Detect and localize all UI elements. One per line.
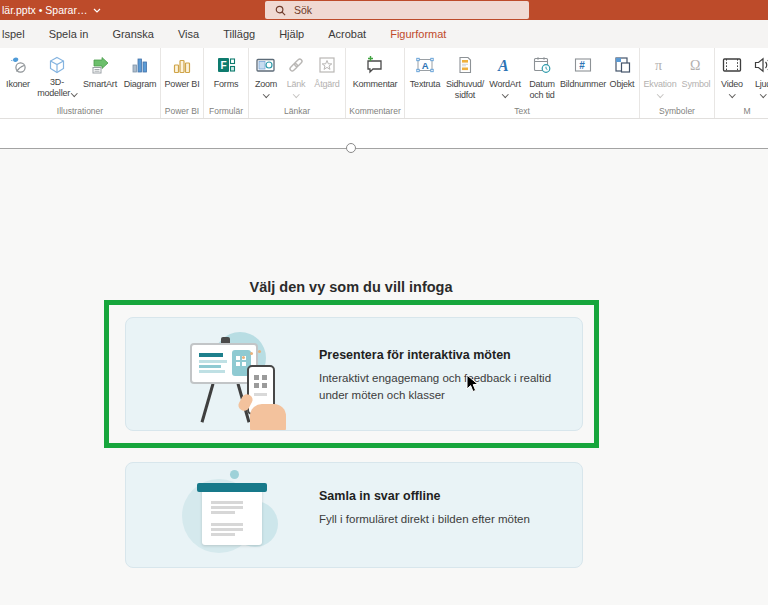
view-card-present-live[interactable]: Presentera för interaktiva möten Interak… (125, 317, 583, 431)
card-description: Fyll i formuläret direkt i bilden efter … (319, 511, 530, 528)
tab-tillagg[interactable]: Tillägg (211, 28, 267, 40)
ljud-button[interactable]: Ljud (748, 51, 768, 96)
power-bi-icon (172, 53, 192, 77)
group-label-text: Text (405, 106, 639, 116)
forms-icon: F (216, 53, 236, 77)
button-label: Ekvation (644, 79, 677, 90)
group-label-media: M (715, 106, 768, 116)
tab-acrobat[interactable]: Acrobat (316, 28, 378, 40)
button-label: Ikoner (6, 79, 30, 90)
video-button[interactable]: Video (716, 51, 748, 96)
ribbon-group-symboler: π Ekvation Ω Symbol Symboler (640, 48, 715, 118)
hand (250, 404, 286, 430)
titlebar: lär.pptx • Sparar… Sök (0, 0, 768, 20)
link-icon (286, 53, 306, 77)
search-placeholder: Sök (294, 4, 312, 16)
resize-handle[interactable] (346, 143, 356, 153)
view-card-collect-offline[interactable]: Samla in svar offline Fyll i formuläret … (125, 462, 583, 568)
tab-figurformat[interactable]: Figurformat (378, 28, 458, 40)
card-description: Interaktivt engagemang och feedback i re… (319, 370, 571, 404)
smartart-button[interactable]: SmartArt (79, 51, 121, 90)
button-label: Sidhuvud/ sidfot (444, 79, 486, 100)
svg-text:#: # (579, 60, 585, 71)
textruta-button[interactable]: A Textruta (406, 51, 444, 90)
svg-text:F: F (221, 60, 227, 71)
icons-icon (8, 53, 28, 77)
bar-chart-icon (130, 53, 150, 77)
chevron-down-icon (263, 91, 269, 97)
group-label-symboler: Symboler (640, 106, 714, 116)
group-label-kommentarer: Kommentarer (346, 106, 404, 116)
document-title[interactable]: lär.pptx • Sparar… (2, 4, 101, 16)
omega-icon: Ω (685, 53, 707, 77)
button-label: Zoom (255, 79, 277, 90)
button-label: Diagram (124, 79, 157, 90)
3d-modeller-button[interactable]: 3D-modeller (35, 51, 79, 98)
bildnummer-button[interactable]: # Bildnummer (560, 51, 606, 90)
wordart-button[interactable]: A WordArt (486, 51, 524, 96)
chevron-down-icon (502, 91, 508, 97)
svg-text:A: A (422, 60, 429, 71)
button-label: Åtgärd (314, 79, 339, 90)
form-header-bar (197, 483, 267, 492)
button-label: Bildnummer (560, 79, 606, 90)
chevron-down-icon (729, 91, 735, 97)
page-title: Välj den vy som du vill infoga (0, 279, 702, 295)
objekt-button[interactable]: Objekt (606, 51, 638, 90)
slide-number-icon: # (573, 53, 593, 77)
chevron-down-icon (293, 91, 299, 97)
sidhuvud-sidfot-button[interactable]: Sidhuvud/ sidfot (444, 51, 486, 100)
tab-visa[interactable]: Visa (166, 28, 211, 40)
ribbon-group-formular: F Forms Formulär (204, 48, 249, 118)
phone-qr-code (254, 375, 267, 388)
tab-spela-in[interactable]: Spela in (37, 28, 101, 40)
forms-button[interactable]: F Forms (205, 51, 247, 90)
button-label: Video (721, 79, 743, 90)
tab-granska[interactable]: Granska (100, 28, 166, 40)
symbol-button: Ω Symbol (679, 51, 713, 90)
group-label-illustrationer: Illustrationer (0, 106, 160, 116)
group-label-formular: Formulär (204, 106, 248, 116)
document-title-text: lär.pptx • Sparar… (2, 4, 87, 16)
easel-leg (201, 383, 215, 422)
spark-dots (242, 356, 245, 359)
power-bi-button[interactable]: Power BI (162, 51, 202, 90)
slide-top-margin (0, 119, 768, 148)
svg-text:π: π (655, 58, 662, 73)
chevron-down-icon (760, 91, 766, 97)
button-label: Forms (214, 79, 239, 90)
ribbon-group-kommentarer: Kommentar Kommentarer (346, 48, 405, 118)
ribbon-group-media: Video Ljud M (715, 48, 768, 118)
ribbon-group-illustrationer: Ikoner 3D-modeller SmartArt Diagram Illu… (0, 48, 161, 118)
button-label: Symbol (682, 79, 711, 90)
diagram-button[interactable]: Diagram (121, 51, 159, 90)
lank-button: Länk (282, 51, 310, 96)
date-time-icon (532, 53, 552, 77)
search-input[interactable]: Sök (265, 1, 529, 19)
ribbon-group-text: A Textruta Sidhuvud/ sidfot A WordArt Da… (405, 48, 640, 118)
group-label-lankar: Länkar (249, 106, 345, 116)
button-label: Kommentar (353, 79, 398, 90)
zoom-button[interactable]: Zoom (250, 51, 282, 96)
button-label-with-chevron: 3D-modeller (35, 77, 79, 98)
wordart-icon: A (495, 53, 515, 77)
button-label: Ljud (755, 79, 768, 90)
ikoner-button[interactable]: Ikoner (1, 51, 35, 90)
ribbon-tab-row: lspel Spela in Granska Visa Tillägg Hjäl… (0, 20, 768, 48)
tab-hjalp[interactable]: Hjälp (267, 28, 316, 40)
tab-bildspel[interactable]: lspel (0, 28, 37, 40)
svg-text:Ω: Ω (690, 58, 700, 73)
datum-och-tid-button[interactable]: Datum och tid (524, 51, 560, 100)
chevron-down-icon (71, 90, 77, 96)
kommentar-button[interactable]: Kommentar (347, 51, 403, 90)
3d-model-cube-icon (47, 53, 67, 77)
smartart-icon (90, 53, 110, 77)
decorative-dot (230, 470, 239, 479)
group-label-power-bi: Power BI (161, 106, 203, 116)
atgard-button: Åtgärd (310, 51, 344, 90)
action-star-icon (317, 53, 337, 77)
form-sheet (202, 485, 262, 545)
button-label: Länk (287, 79, 306, 90)
new-comment-icon (364, 53, 386, 77)
mouse-cursor (466, 374, 479, 397)
